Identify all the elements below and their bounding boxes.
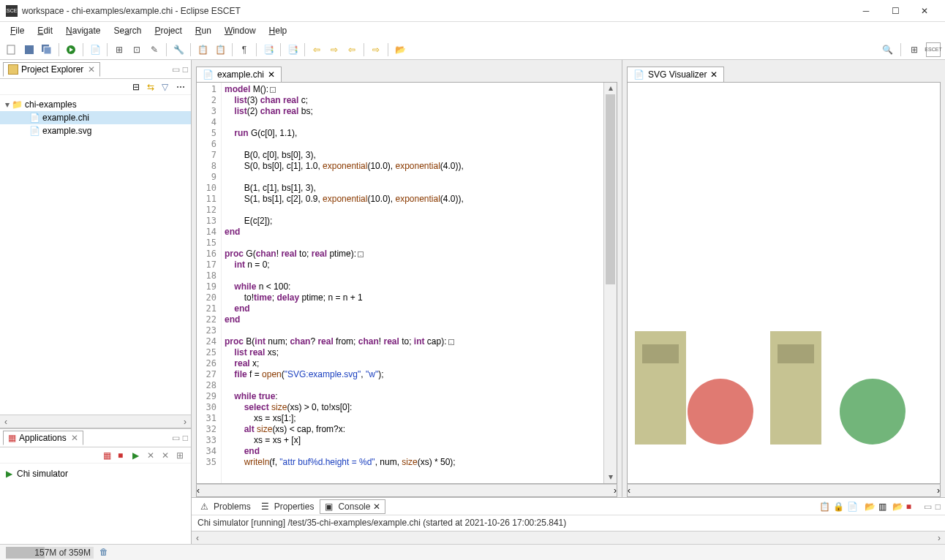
tb-btn-2[interactable]: ⊡ [129,42,144,57]
explorer-hscrollbar[interactable]: ‹ › [0,415,191,428]
run-icon[interactable]: ▶ [132,450,143,461]
open-type-button[interactable]: 📄 [88,42,102,57]
menu-edit[interactable]: Edit [31,24,59,37]
remove-icon[interactable]: ✕ [147,450,157,461]
close-icon[interactable]: ✕ [373,502,380,512]
menu-help[interactable]: Help [263,24,293,37]
close-button[interactable]: ✕ [910,0,939,22]
tb-btn-6[interactable]: 📋 [213,42,227,57]
scroll-down-icon[interactable]: ▾ [604,472,617,483]
tab-svg-visualizer[interactable]: 📄 SVG Visualizer ✕ [627,67,724,82]
menu-file[interactable]: File [4,24,30,37]
nav-fwd2-button[interactable]: ⇨ [369,42,383,57]
tb-btn-5[interactable]: 📋 [195,42,210,57]
close-icon[interactable]: ✕ [268,69,275,80]
center-column: 📄 example.chi ✕ 1 2 3 4 5 6 7 8 9 10 11 … [192,60,945,544]
svg-icon: 📄 [633,69,644,80]
nav-back-button[interactable]: ⇦ [309,42,324,57]
editor-hscrollbar[interactable]: ‹ › [196,484,617,497]
cons-ic-2[interactable]: 🔒 [833,502,843,512]
add-icon[interactable]: ⊞ [176,450,187,461]
minimize-button[interactable]: ─ [851,0,881,22]
close-icon[interactable]: ✕ [710,69,718,80]
collapse-all-icon[interactable]: ⊟ [132,82,143,92]
tb-btn-7[interactable]: ¶ [237,42,252,57]
scroll-right-icon[interactable]: › [933,533,945,543]
tree-file-svg[interactable]: 📄 example.svg [0,124,191,137]
twisty-expanded-icon[interactable]: ▾ [3,99,12,110]
open-perspective-button[interactable]: ⊞ [907,42,922,57]
cons-ic-6[interactable]: 📂 [892,502,903,512]
terminate-icon[interactable]: ■ [118,450,128,461]
save-button[interactable] [22,42,37,57]
view-menu-icon[interactable]: ⋯ [176,82,187,92]
escet-perspective-button[interactable]: ESCET [926,42,941,57]
scroll-right-icon[interactable]: › [937,485,940,496]
console-output[interactable]: Chi simulator [running] /test/35-chi-exa… [192,515,945,531]
menu-search[interactable]: Search [108,24,147,37]
maximize-view-icon[interactable]: □ [935,502,941,512]
tb-btn-8[interactable]: 📑 [261,42,276,57]
cons-ic-1[interactable]: 📋 [819,502,829,512]
editor-body[interactable]: 1 2 3 4 5 6 7 8 9 10 11 12 13 14 15 16 1… [196,82,617,484]
tree-file-chi[interactable]: 📄 example.chi [0,111,191,124]
scroll-right-icon[interactable]: › [179,417,191,427]
minimize-view-icon[interactable]: ▭ [924,502,932,512]
tab-console[interactable]: ▣Console✕ [320,499,385,514]
link-editor-icon[interactable]: ⇆ [147,82,157,92]
scroll-left-icon[interactable]: ‹ [197,485,200,496]
tb-btn-1[interactable]: ⊞ [112,42,127,57]
run-button[interactable] [64,42,78,57]
gc-icon[interactable]: 🗑 [99,547,111,559]
scroll-left-icon[interactable]: ‹ [0,417,12,427]
nav-fwd-button[interactable]: ⇨ [327,42,342,57]
editor-text[interactable]: model M():- list(3) chan real c; list(2)… [222,83,603,483]
menu-window[interactable]: Window [219,24,262,37]
tab-problems[interactable]: ⚠Problems [196,500,255,513]
filter-icon[interactable]: ▽ [162,82,172,92]
svg-hscrollbar[interactable]: ‹ › [627,484,941,497]
tab-applications[interactable]: ▦ Applications ✕ [3,431,83,445]
cons-ic-5[interactable]: ▥ [878,502,889,512]
close-icon[interactable]: ✕ [71,433,78,443]
cons-ic-3[interactable]: 📄 [847,502,857,512]
terminate-icon[interactable]: ■ [906,502,916,512]
menu-run[interactable]: Run [189,24,217,37]
scroll-left-icon[interactable]: ‹ [628,485,630,496]
maximize-button[interactable]: ☐ [881,0,910,22]
maximize-view-icon[interactable]: □ [183,433,188,443]
close-icon[interactable]: ✕ [88,64,95,75]
project-explorer-tree[interactable]: ▾ 📁 chi-examples 📄 example.chi 📄 example… [0,95,191,415]
editor-pane: 📄 example.chi ✕ 1 2 3 4 5 6 7 8 9 10 11 … [192,60,622,497]
tb-btn-10[interactable]: 📂 [393,42,407,57]
editor-vscrollbar[interactable]: ▴ ▾ [603,83,617,483]
editor-tab[interactable]: 📄 example.chi ✕ [196,67,282,82]
tree-project[interactable]: ▾ 📁 chi-examples [0,98,191,111]
maximize-view-icon[interactable]: □ [183,64,188,75]
menu-navigate[interactable]: Navigate [60,24,106,37]
applications-title: Applications [19,433,67,443]
tb-btn-9[interactable]: 📑 [285,42,300,57]
application-item[interactable]: ▶ Chi simulator [6,466,185,481]
minimize-view-icon[interactable]: ▭ [172,433,180,443]
save-all-button[interactable] [39,42,54,57]
tb-btn-4[interactable]: 🔧 [171,42,186,57]
scroll-left-icon[interactable]: ‹ [192,533,203,543]
tab-properties[interactable]: ☰Properties [257,500,319,513]
remove-all-icon[interactable]: ✕ [162,450,172,461]
menu-project[interactable]: Project [148,24,187,37]
search-icon[interactable]: 🔍 [880,42,895,57]
scroll-right-icon[interactable]: › [614,485,617,496]
scroll-up-icon[interactable]: ▴ [604,83,617,94]
console-hscrollbar[interactable]: ‹ › [192,531,945,544]
svg-rect-3 [44,47,51,54]
tab-project-explorer[interactable]: Project Explorer ✕ [3,62,100,77]
terminate-all-icon[interactable]: ▦ [103,450,113,461]
minimize-view-icon[interactable]: ▭ [172,64,180,75]
nav-back2-button[interactable]: ⇦ [345,42,359,57]
cons-ic-4[interactable]: 📂 [865,502,875,512]
editor-tabbar: 📄 example.chi ✕ [196,64,617,82]
new-button[interactable] [4,42,19,57]
tb-btn-3[interactable]: ✎ [147,42,162,57]
heap-status[interactable]: 157M of 359M [6,547,94,559]
